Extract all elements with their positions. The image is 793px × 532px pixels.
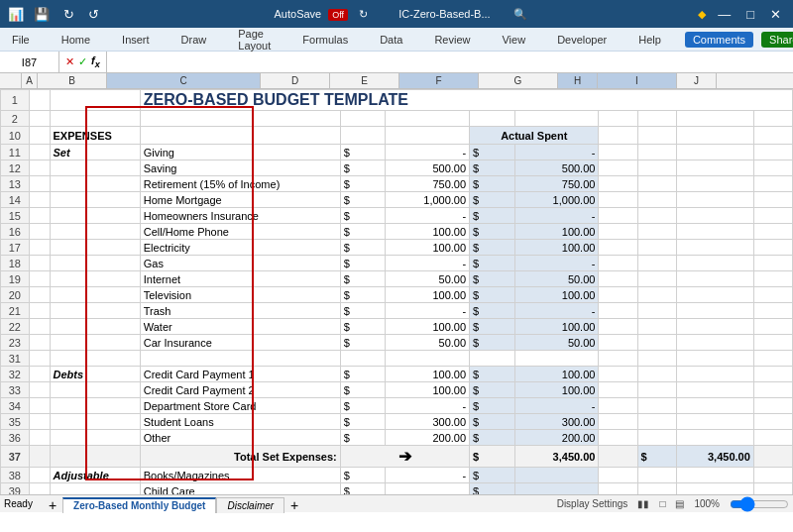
col-header-a[interactable]: A xyxy=(22,73,38,88)
spreadsheet: A B C D E F G H I J xyxy=(0,73,793,494)
table-row: 16 Cell/Home Phone $ 100.00 $ 100.00 xyxy=(1,224,793,240)
excel-icon: 📊 xyxy=(8,7,24,22)
col-header-j[interactable]: J xyxy=(677,73,717,88)
tab-formulas[interactable]: Formulas xyxy=(294,32,356,48)
spreadsheet-grid: 1 ZERO-BASED BUDGET TEMPLATE 2 10 xyxy=(0,89,793,494)
sheet-tab-budget[interactable]: Zero-Based Monthly Budget xyxy=(62,497,216,513)
table-row: 34 Department Store Card $ - $ - xyxy=(1,398,793,414)
row-num: 1 xyxy=(1,90,30,111)
comments-button[interactable]: Comments xyxy=(685,32,753,48)
cell-a1[interactable] xyxy=(29,90,50,111)
col-header-h[interactable]: H xyxy=(558,73,598,88)
title-bar-title: AutoSave Off ↻ IC-Zero-Based-B... 🔍 xyxy=(103,8,698,21)
diamond-icon: ◆ xyxy=(698,8,706,21)
tab-help[interactable]: Help xyxy=(630,32,669,48)
total-row: 37 Total Set Expenses: ➔ $ 3,450.00 $ 3,… xyxy=(1,446,793,468)
cell-c1-title[interactable]: ZERO-BASED BUDGET TEMPLATE xyxy=(140,90,792,111)
table-row: 33 Credit Card Payment 2 $ 100.00 $ 100.… xyxy=(1,382,793,398)
table-row: 15 Homeowners Insurance $ - $ - xyxy=(1,208,793,224)
table-row: 11 Set Giving $ - $ - xyxy=(1,145,793,160)
table-row: 2 xyxy=(1,111,793,127)
table-row: 39 Child Care $ $ xyxy=(1,483,793,495)
table-row: 1 ZERO-BASED BUDGET TEMPLATE xyxy=(1,90,793,111)
table-row: 22 Water $ 100.00 $ 100.00 xyxy=(1,319,793,335)
tb-icon-undo[interactable]: ↻ xyxy=(59,7,78,22)
ribbon: File Home Insert Draw Page Layout Formul… xyxy=(0,28,793,52)
col-header-i[interactable]: I xyxy=(598,73,677,88)
table-row: 18 Gas $ - $ - xyxy=(1,256,793,271)
page-layout-icon[interactable]: □ xyxy=(659,498,665,509)
column-headers: A B C D E F G H I J xyxy=(0,73,793,89)
table-row: 17 Electricity $ 100.00 $ 100.00 xyxy=(1,240,793,256)
tb-icon-save[interactable]: 💾 xyxy=(30,7,54,22)
add-sheet-icon[interactable]: + xyxy=(284,497,304,513)
tab-developer[interactable]: Developer xyxy=(549,32,615,48)
add-sheet-button[interactable]: + xyxy=(43,497,62,513)
grid-container: 1 ZERO-BASED BUDGET TEMPLATE 2 10 xyxy=(0,89,793,494)
table-row: 20 Television $ 100.00 $ 100.00 xyxy=(1,287,793,303)
ribbon-right: Comments Share 👤 xyxy=(685,32,793,48)
sheet-tabs: + Zero-Based Monthly Budget Disclaimer + xyxy=(43,495,304,513)
cell-reference-box[interactable]: I87 xyxy=(0,52,59,72)
title-bar: 📊 💾 ↻ ↺ AutoSave Off ↻ IC-Zero-Based-B..… xyxy=(0,0,793,28)
autosave-label: AutoSave xyxy=(275,8,322,20)
tab-draw[interactable]: Draw xyxy=(173,32,215,48)
sheet-tab-disclaimer[interactable]: Disclaimer xyxy=(216,497,284,513)
table-row: 13 Retirement (15% of Income) $ 750.00 $… xyxy=(1,176,793,192)
table-row: 12 Saving $ 500.00 $ 500.00 xyxy=(1,160,793,176)
formula-icons: ✕ ✓ fx xyxy=(59,52,107,72)
col-header-f[interactable]: F xyxy=(399,73,479,88)
tab-view[interactable]: View xyxy=(494,32,533,48)
table-row: 31 xyxy=(1,351,793,367)
title-bar-right: ◆ — □ ✕ xyxy=(698,7,785,22)
col-header-e[interactable]: E xyxy=(330,73,399,88)
page-break-icon[interactable]: ▤ xyxy=(675,498,684,509)
tab-home[interactable]: Home xyxy=(54,32,98,48)
tab-pagelayout[interactable]: Page Layout xyxy=(230,26,279,53)
col-header-d[interactable]: D xyxy=(261,73,330,88)
table-row: 23 Car Insurance $ 50.00 $ 50.00 xyxy=(1,335,793,351)
cancel-icon[interactable]: ✕ xyxy=(65,55,74,68)
table-row: 36 Other $ 200.00 $ 200.00 xyxy=(1,430,793,446)
normal-view-icon[interactable]: ▮▮ xyxy=(637,498,649,509)
confirm-icon[interactable]: ✓ xyxy=(78,55,87,68)
col-header-c[interactable]: C xyxy=(107,73,261,88)
display-settings[interactable]: Display Settings xyxy=(557,498,628,509)
cell-b1[interactable] xyxy=(50,90,140,111)
close-button[interactable]: ✕ xyxy=(766,7,785,22)
sheet-tab-disclaimer-label: Disclaimer xyxy=(227,500,274,511)
formula-bar: I87 ✕ ✓ fx xyxy=(0,52,793,73)
autosave-state[interactable]: Off xyxy=(328,9,348,21)
share-button[interactable]: Share xyxy=(761,32,793,48)
zoom-slider[interactable] xyxy=(730,499,789,509)
status-bar: Display Settings ▮▮ □ ▤ 100% xyxy=(557,498,789,509)
tab-data[interactable]: Data xyxy=(372,32,410,48)
maximize-button[interactable]: □ xyxy=(742,7,758,22)
table-row: 19 Internet $ 50.00 $ 50.00 xyxy=(1,271,793,287)
minimize-button[interactable]: — xyxy=(714,7,735,22)
search-icon[interactable]: 🔍 xyxy=(513,8,527,20)
function-icon[interactable]: fx xyxy=(91,54,100,69)
title-bar-left: 📊 💾 ↻ ↺ xyxy=(8,7,103,22)
tab-review[interactable]: Review xyxy=(426,32,478,48)
table-row: 35 Student Loans $ 300.00 $ 300.00 xyxy=(1,414,793,430)
tab-insert[interactable]: Insert xyxy=(114,32,158,48)
bottom-bar: Ready + Zero-Based Monthly Budget Discla… xyxy=(0,494,793,512)
tab-file[interactable]: File xyxy=(4,32,38,48)
refresh-icon[interactable]: ↻ xyxy=(359,8,368,20)
zoom-level: 100% xyxy=(694,498,720,509)
table-row: 14 Home Mortgage $ 1,000.00 $ 1,000.00 xyxy=(1,192,793,208)
col-header-b[interactable]: B xyxy=(38,73,107,88)
table-row: 38 Adjustable Books/Magazines $ - $ xyxy=(1,468,793,483)
ready-status: Ready xyxy=(4,498,33,509)
table-row: 10 EXPENSES Actual Spent xyxy=(1,127,793,145)
tb-icon-redo[interactable]: ↺ xyxy=(84,7,103,22)
table-row: 21 Trash $ - $ - xyxy=(1,303,793,319)
table-row: 32 Debts Credit Card Payment 1 $ 100.00 … xyxy=(1,367,793,382)
file-title: IC-Zero-Based-B... xyxy=(398,8,490,20)
col-header-g[interactable]: G xyxy=(479,73,558,88)
